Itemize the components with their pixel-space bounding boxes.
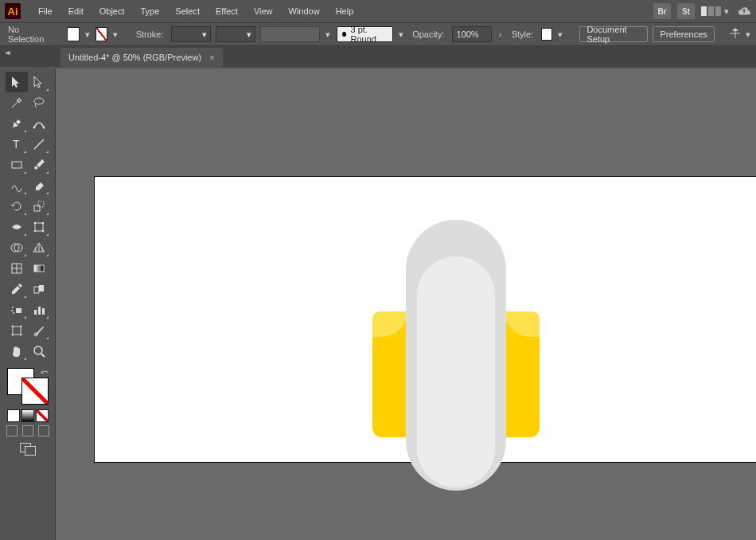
menu-object[interactable]: Object xyxy=(93,3,131,19)
opacity-field[interactable]: 100% xyxy=(452,26,492,42)
brush-preset-dropdown[interactable]: ▾ xyxy=(398,30,404,38)
tab-bar: Untitled-4* @ 50% (RGB/Preview) × xyxy=(0,46,756,67)
collapse-chevrons-icon[interactable]: ◂◂ xyxy=(5,48,8,57)
color-mode-gradient[interactable] xyxy=(21,409,34,422)
line-tool[interactable] xyxy=(28,134,50,155)
opacity-dropdown[interactable]: › xyxy=(497,30,503,38)
menu-edit[interactable]: Edit xyxy=(62,3,90,19)
slice-tool[interactable] xyxy=(28,320,50,341)
menu-bar: Ai File Edit Object Type Select Effect V… xyxy=(0,0,756,22)
rotate-tool[interactable] xyxy=(6,196,28,217)
shaper-tool[interactable] xyxy=(6,175,28,196)
stroke-weight-field[interactable]: ▾ xyxy=(171,26,211,42)
stroke-dropdown[interactable]: ▾ xyxy=(112,30,119,38)
svg-rect-6 xyxy=(12,162,21,168)
column-graph-tool[interactable] xyxy=(28,299,50,320)
canvas-area[interactable] xyxy=(56,68,756,540)
magic-wand-tool[interactable] xyxy=(6,92,28,113)
hand-tool[interactable] xyxy=(6,341,28,362)
screen-mode-icon[interactable] xyxy=(20,443,36,456)
svg-point-12 xyxy=(33,230,36,233)
menu-type[interactable]: Type xyxy=(134,3,166,19)
free-transform-tool[interactable] xyxy=(28,217,50,237)
blend-tool[interactable] xyxy=(28,279,50,299)
eraser-tool[interactable] xyxy=(28,175,50,196)
bridge-button[interactable]: Br xyxy=(653,3,671,19)
stock-button[interactable]: St xyxy=(677,3,695,19)
rectangle-tool[interactable] xyxy=(6,155,28,175)
svg-rect-20 xyxy=(16,308,21,313)
stroke-color[interactable] xyxy=(21,378,49,405)
brush-dropdown[interactable]: ▾ xyxy=(325,30,331,38)
fill-stroke-control[interactable]: ⤺ xyxy=(6,366,50,406)
svg-rect-27 xyxy=(13,327,21,335)
stroke-swatch[interactable] xyxy=(95,27,107,41)
stroke-profile-field[interactable]: ▾ xyxy=(216,26,255,42)
svg-line-30 xyxy=(41,354,45,357)
color-mode-none[interactable] xyxy=(36,409,49,422)
artboard-tool[interactable] xyxy=(6,320,28,341)
control-bar: No Selection ▾ ▾ Stroke: ▾ ▾ ▾ 3 pt. Rou… xyxy=(0,22,756,46)
scale-tool[interactable] xyxy=(28,196,50,217)
align-dropdown[interactable]: ▾ xyxy=(745,30,751,38)
menu-select[interactable]: Select xyxy=(169,3,206,19)
artwork-pill-inner xyxy=(417,256,495,487)
draw-inside-icon[interactable] xyxy=(38,425,49,436)
tab-close-icon[interactable]: × xyxy=(209,53,214,62)
brush-preset[interactable]: 3 pt. Round xyxy=(337,26,393,42)
gradient-tool[interactable] xyxy=(28,258,50,279)
tab-title: Untitled-4* @ 50% (RGB/Preview) xyxy=(68,53,201,62)
draw-behind-icon[interactable] xyxy=(22,425,33,436)
fill-dropdown[interactable]: ▾ xyxy=(84,30,91,38)
lasso-tool[interactable] xyxy=(28,92,50,113)
app-logo: Ai xyxy=(5,3,21,19)
style-dropdown[interactable]: ▾ xyxy=(557,30,563,38)
svg-point-22 xyxy=(11,310,13,311)
svg-rect-18 xyxy=(34,287,39,293)
selection-status: No Selection xyxy=(5,25,53,44)
menu-help[interactable]: Help xyxy=(329,3,360,19)
paintbrush-tool[interactable] xyxy=(28,155,50,175)
selection-tool[interactable] xyxy=(6,72,28,92)
svg-rect-24 xyxy=(34,310,37,315)
document-setup-button[interactable]: Document Setup xyxy=(579,26,648,42)
fill-swatch[interactable] xyxy=(67,27,79,41)
sync-icon[interactable] xyxy=(737,6,751,17)
width-tool[interactable] xyxy=(6,217,28,237)
type-tool[interactable]: T xyxy=(6,134,28,155)
svg-marker-0 xyxy=(732,28,738,31)
tools-panel: T xyxy=(0,68,56,540)
pen-tool[interactable] xyxy=(6,113,28,134)
svg-text:T: T xyxy=(13,138,20,151)
brush-definition-field[interactable] xyxy=(260,26,320,42)
color-mode-solid[interactable] xyxy=(7,409,20,422)
svg-rect-26 xyxy=(42,308,45,315)
menu-view[interactable]: View xyxy=(247,3,279,19)
curvature-tool[interactable] xyxy=(28,113,50,134)
svg-point-11 xyxy=(41,222,44,225)
symbol-sprayer-tool[interactable] xyxy=(6,299,28,320)
shape-builder-tool[interactable] xyxy=(6,237,28,258)
direct-selection-tool[interactable] xyxy=(28,72,50,92)
opacity-label: Opacity: xyxy=(409,29,447,39)
menu-window[interactable]: Window xyxy=(283,3,326,19)
stroke-label: Stroke: xyxy=(133,29,167,39)
align-icon[interactable] xyxy=(728,27,740,41)
mesh-tool[interactable] xyxy=(6,258,28,279)
style-swatch[interactable] xyxy=(541,28,552,41)
preferences-button[interactable]: Preferences xyxy=(653,26,714,42)
svg-rect-9 xyxy=(35,223,43,231)
eyedropper-tool[interactable] xyxy=(6,279,28,299)
menu-effect[interactable]: Effect xyxy=(209,3,244,19)
arrange-documents[interactable]: ▾ xyxy=(701,6,731,16)
draw-normal-icon[interactable] xyxy=(6,425,18,436)
svg-point-3 xyxy=(42,127,45,129)
chevron-down-icon: ▾ xyxy=(723,7,731,15)
svg-rect-17 xyxy=(34,265,44,272)
perspective-grid-tool[interactable] xyxy=(28,237,50,258)
svg-point-2 xyxy=(33,127,35,129)
document-tab[interactable]: Untitled-4* @ 50% (RGB/Preview) × xyxy=(60,48,223,67)
swap-fill-stroke-icon[interactable]: ⤺ xyxy=(41,366,49,378)
zoom-tool[interactable] xyxy=(28,341,50,362)
menu-file[interactable]: File xyxy=(32,3,59,19)
